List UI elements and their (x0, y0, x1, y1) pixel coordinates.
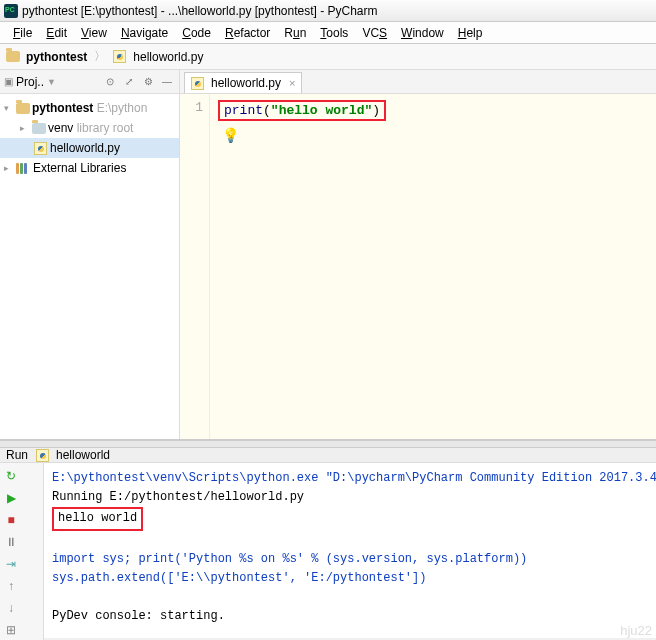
code-content[interactable]: print("hello world") 💡 (210, 94, 394, 439)
menu-window[interactable]: Window (394, 24, 451, 42)
code-print: print (224, 103, 263, 118)
tree-external-libs[interactable]: ▸ External Libraries (0, 158, 179, 178)
pause-icon[interactable]: ⏸ (2, 533, 20, 551)
menu-edit[interactable]: Edit (39, 24, 74, 42)
tree-root-path: E:\python (97, 101, 148, 115)
editor-tab-bar: helloworld.py × (180, 70, 656, 94)
resume-icon[interactable]: ⇥ (2, 555, 20, 573)
pycharm-icon (4, 4, 18, 18)
chevron-right-icon[interactable]: ▸ (20, 123, 30, 133)
chevron-down-icon[interactable]: ▼ (47, 77, 56, 87)
tree-root-label: pythontest (32, 101, 93, 115)
tree-venv-note: library root (77, 121, 134, 135)
python-file-icon (36, 449, 49, 462)
folder-icon (16, 103, 30, 114)
menu-tools[interactable]: Tools (313, 24, 355, 42)
code-highlight: print("hello world") (218, 100, 386, 121)
run-icon[interactable]: ▶ (2, 489, 20, 507)
run-label[interactable]: Run (6, 448, 28, 462)
menu-run[interactable]: Run (277, 24, 313, 42)
editor-area: helloworld.py × 1 print("hello world") 💡 (180, 70, 656, 439)
window-title: pythontest [E:\pythontest] - ...\hellowo… (22, 4, 378, 18)
chevron-right-icon: 〉 (94, 48, 106, 65)
python-file-icon (34, 142, 47, 155)
python-file-icon (113, 50, 126, 63)
chevron-right-icon[interactable]: ▸ (4, 163, 14, 173)
run-panel: Run helloworld ↻ ▶ ■ ⏸ ⇥ ↑ ↓ ⊞ 🖶 ⎙ ✕ ? E… (0, 448, 656, 638)
menu-code[interactable]: Code (175, 24, 218, 42)
chevron-down-icon[interactable]: ▾ (4, 103, 14, 113)
console-line: E:\pythontest\venv\Scripts\python.exe "D… (52, 471, 656, 485)
expand-icon[interactable]: ⤢ (121, 74, 137, 90)
breadcrumb-bar: pythontest 〉 helloworld.py (0, 44, 656, 70)
run-config-name[interactable]: helloworld (56, 448, 110, 462)
down-icon[interactable]: ↓ (2, 599, 20, 617)
console-output[interactable]: E:\pythontest\venv\Scripts\python.exe "D… (44, 463, 656, 640)
console-line: Running E:/pythontest/helloworld.py (52, 490, 304, 504)
close-icon[interactable]: × (289, 77, 295, 89)
breadcrumb-project[interactable]: pythontest (26, 50, 87, 64)
project-icon: ▣ (4, 76, 13, 87)
intention-bulb-icon[interactable]: 💡 (222, 127, 386, 144)
tree-venv-label: venv (48, 121, 73, 135)
menu-navigate[interactable]: Navigate (114, 24, 175, 42)
console-line: sys.path.extend(['E:\\pythontest', 'E:/p… (52, 571, 426, 585)
gear-icon[interactable]: ⚙ (140, 74, 156, 90)
tree-root[interactable]: ▾ pythontest E:\python (0, 98, 179, 118)
menu-vcs[interactable]: VCS (355, 24, 394, 42)
tree-venv[interactable]: ▸ venv library root (0, 118, 179, 138)
menu-help[interactable]: Help (451, 24, 490, 42)
library-icon (16, 163, 29, 174)
window-title-bar: pythontest [E:\pythontest] - ...\hellowo… (0, 0, 656, 22)
line-number: 1 (180, 100, 203, 115)
code-string: "hello world" (271, 103, 372, 118)
menu-file[interactable]: File (6, 24, 39, 42)
project-panel-header: ▣ Proj.. ▼ ⊙ ⤢ ⚙ — (0, 70, 179, 94)
gutter: 1 (180, 94, 210, 439)
project-tree: ▾ pythontest E:\python ▸ venv library ro… (0, 94, 179, 182)
run-panel-header: Run helloworld (0, 448, 656, 463)
breadcrumb-file[interactable]: helloworld.py (133, 50, 203, 64)
tab-label: helloworld.py (211, 76, 281, 90)
stop-icon[interactable]: ■ (2, 511, 20, 529)
rerun-icon[interactable]: ↻ (2, 467, 20, 485)
run-body: ↻ ▶ ■ ⏸ ⇥ ↑ ↓ ⊞ 🖶 ⎙ ✕ ? E:\pythontest\ve… (0, 463, 656, 640)
run-toolbar: ↻ ▶ ■ ⏸ ⇥ ↑ ↓ ⊞ 🖶 ⎙ ✕ ? (0, 463, 44, 640)
tree-external-label: External Libraries (33, 161, 126, 175)
hide-icon[interactable]: — (159, 74, 175, 90)
project-panel-label[interactable]: Proj.. (16, 75, 44, 89)
folder-icon (32, 123, 46, 134)
python-file-icon (191, 77, 204, 90)
code-editor[interactable]: 1 print("hello world") 💡 (180, 94, 656, 439)
console-output-highlight: hello world (52, 507, 143, 530)
up-icon[interactable]: ↑ (2, 577, 20, 595)
layout-icon[interactable]: ⊞ (2, 621, 20, 639)
collapse-icon[interactable]: ⊙ (102, 74, 118, 90)
project-sidebar: ▣ Proj.. ▼ ⊙ ⤢ ⚙ — ▾ pythontest E:\pytho… (0, 70, 180, 439)
menu-bar: File Edit View Navigate Code Refactor Ru… (0, 22, 656, 44)
console-line: import sys; print('Python %s on %s' % (s… (52, 552, 527, 566)
splitter[interactable] (0, 440, 656, 448)
tree-file-helloworld[interactable]: helloworld.py (0, 138, 179, 158)
menu-view[interactable]: View (74, 24, 114, 42)
main-area: ▣ Proj.. ▼ ⊙ ⤢ ⚙ — ▾ pythontest E:\pytho… (0, 70, 656, 440)
console-line: PyDev console: starting. (52, 609, 225, 623)
folder-icon (6, 51, 20, 62)
menu-refactor[interactable]: Refactor (218, 24, 277, 42)
tab-helloworld[interactable]: helloworld.py × (184, 72, 302, 93)
tree-file-label: helloworld.py (50, 141, 120, 155)
